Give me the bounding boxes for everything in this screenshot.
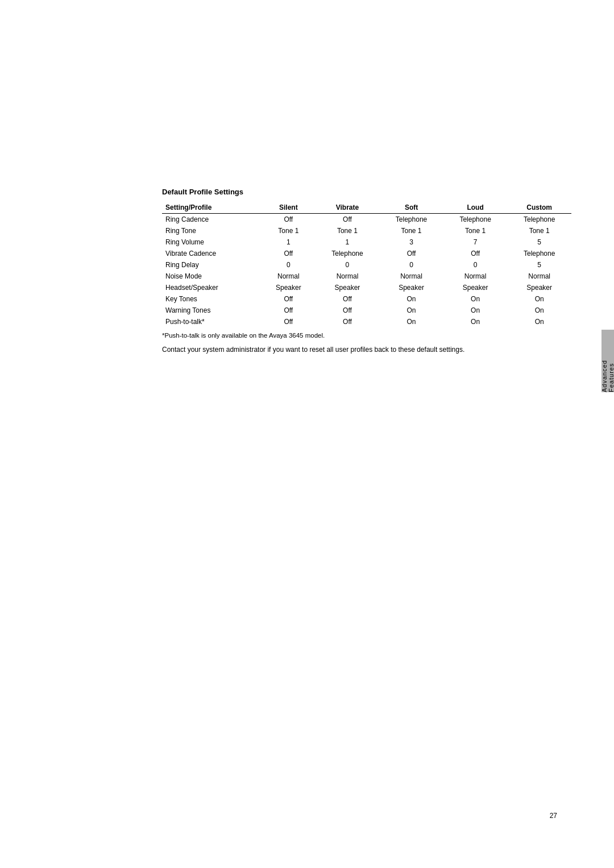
cell-silent-9: Off [262,316,316,327]
cell-loud-9: On [443,316,508,327]
cell-vibrate-0: Off [316,214,380,226]
cell-loud-0: Telephone [443,214,508,226]
footnote: *Push-to-talk is only available on the A… [162,332,571,339]
cell-setting-1: Ring Tone [162,225,262,236]
table-row: Ring CadenceOffOffTelephoneTelephoneTele… [162,214,571,226]
cell-vibrate-6: Speaker [316,282,380,293]
cell-silent-0: Off [262,214,316,226]
cell-silent-2: 1 [262,236,316,248]
cell-loud-4: 0 [443,259,508,271]
cell-soft-6: Speaker [379,282,443,293]
table-row: Ring Volume11375 [162,236,571,248]
cell-setting-3: Vibrate Cadence [162,248,262,259]
contact-note: Contact your system administrator if you… [162,344,571,355]
cell-vibrate-7: Off [316,293,380,305]
table-row: Ring ToneTone 1Tone 1Tone 1Tone 1Tone 1 [162,225,571,236]
col-header-vibrate: Vibrate [316,202,380,214]
cell-silent-5: Normal [262,271,316,282]
cell-soft-3: Off [379,248,443,259]
cell-vibrate-1: Tone 1 [316,225,380,236]
cell-custom-9: On [507,316,571,327]
cell-loud-7: On [443,293,508,305]
cell-soft-9: On [379,316,443,327]
table-header-row: Setting/Profile Silent Vibrate Soft Loud… [162,202,571,214]
col-header-setting: Setting/Profile [162,202,262,214]
cell-soft-5: Normal [379,271,443,282]
cell-custom-0: Telephone [507,214,571,226]
cell-silent-3: Off [262,248,316,259]
cell-setting-7: Key Tones [162,293,262,305]
cell-setting-8: Warning Tones [162,305,262,316]
cell-soft-2: 3 [379,236,443,248]
col-header-soft: Soft [379,202,443,214]
cell-vibrate-3: Telephone [316,248,380,259]
side-tab-label: Advanced Features [601,330,614,392]
table-row: Warning TonesOffOffOnOnOn [162,305,571,316]
cell-soft-7: On [379,293,443,305]
section-title: Default Profile Settings [162,188,571,196]
cell-custom-5: Normal [507,271,571,282]
cell-custom-3: Telephone [507,248,571,259]
cell-loud-6: Speaker [443,282,508,293]
cell-setting-4: Ring Delay [162,259,262,271]
cell-silent-8: Off [262,305,316,316]
cell-vibrate-9: Off [316,316,380,327]
cell-soft-1: Tone 1 [379,225,443,236]
col-header-custom: Custom [507,202,571,214]
cell-loud-2: 7 [443,236,508,248]
cell-setting-5: Noise Mode [162,271,262,282]
col-header-loud: Loud [443,202,508,214]
table-row: Push-to-talk*OffOffOnOnOn [162,316,571,327]
cell-vibrate-5: Normal [316,271,380,282]
cell-loud-3: Off [443,248,508,259]
cell-vibrate-2: 1 [316,236,380,248]
settings-table: Setting/Profile Silent Vibrate Soft Loud… [162,202,571,327]
table-row: Vibrate CadenceOffTelephoneOffOffTelepho… [162,248,571,259]
table-row: Noise ModeNormalNormalNormalNormalNormal [162,271,571,282]
cell-silent-4: 0 [262,259,316,271]
cell-loud-1: Tone 1 [443,225,508,236]
cell-custom-1: Tone 1 [507,225,571,236]
page-content: Default Profile Settings Setting/Profile… [162,188,571,355]
cell-custom-8: On [507,305,571,316]
table-row: Headset/SpeakerSpeakerSpeakerSpeakerSpea… [162,282,571,293]
cell-setting-9: Push-to-talk* [162,316,262,327]
cell-soft-8: On [379,305,443,316]
cell-loud-8: On [443,305,508,316]
cell-vibrate-4: 0 [316,259,380,271]
cell-setting-6: Headset/Speaker [162,282,262,293]
table-row: Key TonesOffOffOnOnOn [162,293,571,305]
cell-setting-2: Ring Volume [162,236,262,248]
cell-silent-7: Off [262,293,316,305]
cell-custom-6: Speaker [507,282,571,293]
page-number: 27 [550,812,557,820]
cell-silent-6: Speaker [262,282,316,293]
cell-loud-5: Normal [443,271,508,282]
cell-custom-7: On [507,293,571,305]
table-body: Ring CadenceOffOffTelephoneTelephoneTele… [162,214,571,328]
table-row: Ring Delay00005 [162,259,571,271]
cell-soft-0: Telephone [379,214,443,226]
cell-soft-4: 0 [379,259,443,271]
cell-vibrate-8: Off [316,305,380,316]
cell-custom-2: 5 [507,236,571,248]
cell-silent-1: Tone 1 [262,225,316,236]
cell-custom-4: 5 [507,259,571,271]
col-header-silent: Silent [262,202,316,214]
cell-setting-0: Ring Cadence [162,214,262,226]
